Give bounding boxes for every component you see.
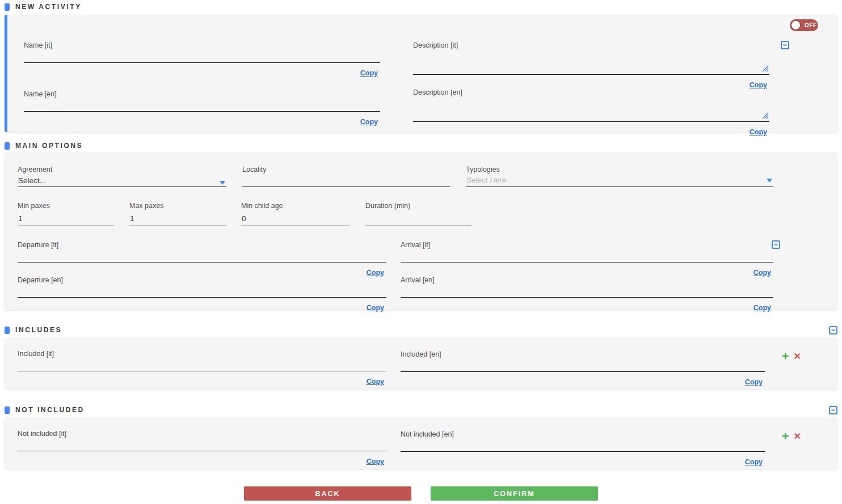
collapse-not-included-icon[interactable] [829,406,837,414]
back-button[interactable]: BACK [244,486,411,501]
included-en-label: Included [en] [401,350,765,359]
copy-not-included-link[interactable]: Copy [745,458,763,466]
field-duration: Duration (min) [365,202,471,226]
included-it-label: Included [it] [18,350,386,358]
section-title-not-included: NOT INCLUDED [15,406,85,414]
field-min-paxes: Min paxes [18,202,114,226]
agreement-value: Select... [18,176,46,185]
field-arrival-it: Arrival [it] Copy [401,241,773,276]
field-description-en: Description [en] Copy [413,88,769,135]
collapse-includes-icon[interactable] [829,326,837,334]
typologies-label: Typologies [466,166,773,174]
field-min-child-age: Min child age [241,202,350,226]
copy-description-link[interactable]: Copy [750,81,767,89]
agreement-select[interactable]: Select... [18,175,226,187]
min-child-age-label: Min child age [241,202,350,210]
description-en-textarea[interactable] [413,99,769,122]
departure-arrival-block: Departure [it] Copy Departure [en] Copy … [18,241,773,311]
min-child-age-input[interactable] [241,213,350,226]
section-marker-icon [5,142,10,150]
arrival-en-label: Arrival [en] [401,276,773,285]
description-it-textarea[interactable] [413,52,769,75]
field-locality: Locality [242,166,450,187]
add-included-icon[interactable]: + [782,351,789,362]
name-en-label: Name [en] [24,90,380,99]
name-en-input[interactable] [24,101,380,112]
departure-it-input[interactable] [18,252,386,262]
chevron-down-icon [767,179,772,183]
included-en-input[interactable] [401,361,765,372]
field-included-it: Included [it] Copy [18,350,386,385]
includes-card: + ✕ Included [it] Copy Included [en] Cop… [5,338,837,389]
departure-it-label: Departure [it] [18,241,386,249]
arrival-it-input[interactable] [401,252,773,262]
not-included-en-label: Not included [en] [401,430,765,439]
copy-arrival-link[interactable]: Copy [753,269,771,277]
copy-departure-link[interactable]: Copy [367,304,384,312]
copy-included-link[interactable]: Copy [745,378,763,386]
departure-en-input[interactable] [18,287,386,298]
field-agreement: Agreement Select... [18,166,226,187]
typologies-select[interactable] [466,175,773,187]
collapse-descriptions-icon[interactable] [781,41,789,49]
collapse-departure-arrival-icon[interactable] [772,240,780,249]
remove-not-included-icon[interactable]: ✕ [794,432,801,441]
section-title-new-activity: NEW ACTIVITY [15,3,82,11]
section-marker-icon [5,327,10,334]
field-not-included-en: Not included [en] Copy [401,430,765,465]
included-it-input[interactable] [18,361,386,371]
section-header-new-activity: NEW ACTIVITY [5,3,837,11]
field-departure-en: Departure [en] Copy [18,276,386,311]
description-it-label: Description [it] [413,41,769,50]
copy-not-included-link[interactable]: Copy [367,458,384,465]
copy-name-link[interactable]: Copy [360,69,378,77]
not-included-it-label: Not included [it] [18,430,386,438]
duration-input[interactable] [365,213,471,226]
chevron-down-icon [220,181,225,185]
copy-included-link[interactable]: Copy [367,378,384,386]
field-max-paxes: Max paxes [129,202,226,226]
main-options-card: Agreement Select... Locality Typologies [5,153,837,310]
max-paxes-input[interactable] [129,213,226,226]
status-toggle[interactable]: OFF [790,19,818,31]
not-included-it-input[interactable] [18,441,386,451]
typologies-input[interactable] [466,175,773,187]
duration-label: Duration (min) [365,202,471,210]
copy-name-link[interactable]: Copy [360,118,378,126]
not-included-card: + ✕ Not included [it] Copy Not included … [5,418,837,469]
add-not-included-icon[interactable]: + [782,431,789,442]
locality-label: Locality [242,166,450,174]
section-title-main-options: MAIN OPTIONS [15,142,83,150]
resize-grip-icon[interactable] [762,65,769,72]
section-header-not-included: NOT INCLUDED [5,406,837,414]
field-departure-it: Departure [it] Copy [18,241,386,276]
agreement-label: Agreement [18,166,226,174]
new-activity-card: OFF Name [it] Copy Name [en] Copy [5,15,837,132]
arrival-it-label: Arrival [it] [401,241,773,249]
remove-included-icon[interactable]: ✕ [794,352,801,361]
field-description-it: Description [it] Copy [413,41,769,88]
copy-description-link[interactable]: Copy [750,128,767,136]
max-paxes-label: Max paxes [129,202,226,210]
name-it-input[interactable] [24,52,380,63]
toggle-label: OFF [805,22,817,28]
confirm-button[interactable]: CONFIRM [431,486,598,501]
min-paxes-label: Min paxes [18,202,114,210]
field-typologies: Typologies [466,166,773,187]
copy-departure-link[interactable]: Copy [367,269,384,277]
name-fields-column: Name [it] Copy Name [en] Copy [24,41,380,135]
arrival-column: Arrival [it] Copy Arrival [en] Copy [401,241,773,311]
min-paxes-input[interactable] [18,213,114,226]
arrival-en-input[interactable] [401,287,773,298]
resize-grip-icon[interactable] [762,112,769,119]
not-included-en-input[interactable] [401,441,765,452]
section-marker-icon [5,406,10,414]
field-arrival-en: Arrival [en] Copy [401,276,773,311]
description-fields-column: Description [it] Copy Description [en] [413,41,769,135]
copy-arrival-link[interactable]: Copy [753,304,771,312]
section-marker-icon [5,3,10,11]
locality-input[interactable] [242,176,450,187]
field-name-it: Name [it] Copy [24,41,380,76]
field-name-en: Name [en] Copy [24,90,380,125]
section-header-includes: INCLUDES [5,326,837,334]
